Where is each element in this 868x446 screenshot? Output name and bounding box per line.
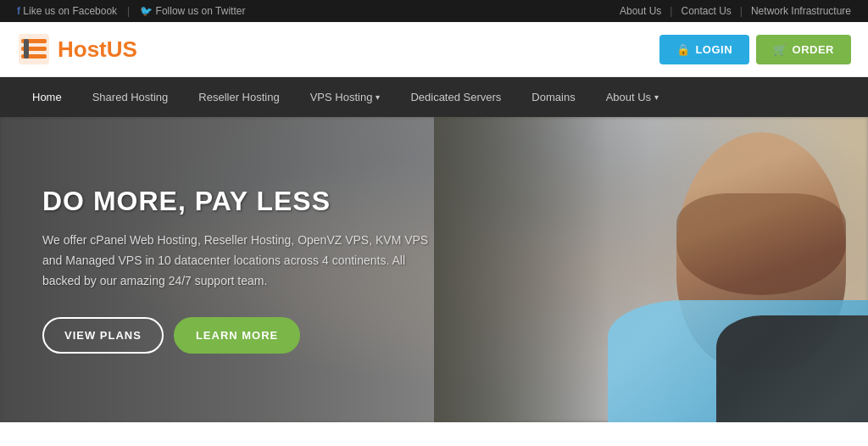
cart-icon: 🛒: [773, 43, 787, 56]
svg-rect-4: [24, 39, 29, 59]
divider-3: |: [740, 5, 743, 17]
header: HostUS 🔒 LOGIN 🛒 ORDER: [0, 22, 868, 77]
twitter-icon: 🐦: [140, 5, 153, 17]
hero-buttons: VIEW PLANS LEARN MORE: [42, 317, 435, 354]
hero-section: DO MORE, PAY LESS We offer cPanel Web Ho…: [0, 117, 868, 422]
top-about-us[interactable]: About Us: [620, 5, 661, 17]
twitter-link[interactable]: 🐦 Follow us on Twitter: [140, 5, 245, 17]
header-buttons: 🔒 LOGIN 🛒 ORDER: [659, 35, 851, 64]
facebook-icon: f: [17, 5, 20, 17]
login-label: LOGIN: [695, 43, 732, 56]
hero-image-area: [434, 117, 868, 422]
top-contact-us[interactable]: Contact Us: [681, 5, 731, 17]
logo-orange: Host: [58, 36, 107, 62]
nav-about-us-label: About Us: [606, 91, 651, 103]
order-label: ORDER: [793, 43, 834, 56]
learn-more-button[interactable]: LEARN MORE: [174, 317, 300, 354]
nav-about-us[interactable]: About Us ▾: [591, 77, 674, 117]
nav-home[interactable]: Home: [17, 77, 77, 117]
nav-shared-hosting-label: Shared Hosting: [92, 91, 169, 103]
nav-vps-hosting[interactable]: VPS Hosting ▾: [295, 77, 396, 117]
view-plans-button[interactable]: VIEW PLANS: [42, 317, 164, 354]
logo[interactable]: HostUS: [17, 32, 137, 66]
nav-vps-hosting-label: VPS Hosting: [310, 91, 373, 103]
logo-text: HostUS: [58, 36, 137, 63]
divider-2: |: [670, 5, 672, 17]
hero-content: DO MORE, PAY LESS We offer cPanel Web Ho…: [0, 152, 477, 387]
nav-reseller-hosting-label: Reseller Hosting: [198, 91, 279, 103]
order-button[interactable]: 🛒 ORDER: [756, 35, 851, 64]
nav-domains-label: Domains: [531, 91, 575, 103]
hero-subtitle: We offer cPanel Web Hosting, Reseller Ho…: [42, 231, 435, 291]
login-button[interactable]: 🔒 LOGIN: [659, 35, 749, 64]
lock-icon: 🔒: [676, 43, 691, 56]
nav-home-label: Home: [32, 91, 62, 103]
nav-domains[interactable]: Domains: [516, 77, 590, 117]
hero-person-beard: [676, 193, 846, 295]
hero-title: DO MORE, PAY LESS: [42, 186, 435, 217]
nav-shared-hosting[interactable]: Shared Hosting: [77, 77, 184, 117]
facebook-label[interactable]: Like us on Facebook: [23, 5, 117, 17]
vps-chevron-icon: ▾: [376, 92, 380, 102]
top-bar-left: f Like us on Facebook | 🐦 Follow us on T…: [17, 5, 245, 17]
main-nav: Home Shared Hosting Reseller Hosting VPS…: [0, 77, 868, 117]
logo-icon: [17, 32, 51, 66]
twitter-label[interactable]: Follow us on Twitter: [156, 5, 246, 17]
logo-dark: US: [107, 36, 137, 62]
nav-dedicated-servers[interactable]: Dedicated Servers: [395, 77, 516, 117]
divider-1: |: [127, 5, 130, 17]
top-bar-right: About Us | Contact Us | Network Infrastr…: [620, 5, 851, 17]
hero-person-jacket: [716, 315, 868, 422]
nav-dedicated-servers-label: Dedicated Servers: [410, 91, 501, 103]
top-bar: f Like us on Facebook | 🐦 Follow us on T…: [0, 0, 868, 22]
top-network[interactable]: Network Infrastructure: [751, 5, 851, 17]
about-chevron-icon: ▾: [654, 92, 659, 102]
nav-reseller-hosting[interactable]: Reseller Hosting: [183, 77, 294, 117]
facebook-link[interactable]: f Like us on Facebook: [17, 5, 117, 17]
